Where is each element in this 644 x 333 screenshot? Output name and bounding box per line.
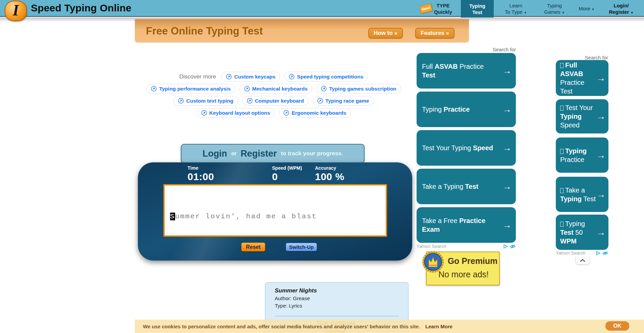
accuracy-label: Accuracy — [315, 165, 344, 171]
related-search-icon — [283, 110, 289, 116]
ad-card-typing-test-50-wpm[interactable]: Typing Test 50 WPM → — [556, 215, 608, 250]
pill-typing-games-subscription[interactable]: Typing games subscription — [316, 84, 401, 94]
time-stat: Time 01:00 — [187, 165, 214, 182]
pill-computer-keyboard[interactable]: Computer keyboard — [242, 96, 309, 106]
nav-item-more[interactable]: More ▼ — [576, 5, 598, 13]
nav-item-typing-games[interactable]: Typing Games ▼ — [539, 2, 570, 16]
nav-games-line1: Typing — [539, 2, 570, 9]
learn-more-link[interactable]: Learn More — [425, 324, 452, 329]
related-searches: Discover more Custom keycaps Speed typin… — [135, 72, 413, 118]
ad-card-full-asvab-practice-test[interactable]: Full ASVAB Practice Test → — [556, 60, 608, 96]
text-title: Summer Nights — [275, 287, 317, 294]
pill-typing-race-game[interactable]: Typing race game — [313, 96, 374, 106]
pill-mechanical-keyboards[interactable]: Mechanical keyboards — [239, 84, 312, 94]
related-search-icon — [317, 98, 323, 104]
missing-glyph-icon — [560, 188, 564, 193]
arrow-right-icon: → — [502, 181, 512, 192]
related-search-icon — [321, 86, 327, 92]
pill-custom-text-typing[interactable]: Custom text typing — [173, 96, 238, 106]
pill-row: Keyboard layout options Ergonomic keyboa… — [197, 108, 351, 118]
nav-item-learn-to-type[interactable]: Learn To Type ▼ — [500, 2, 532, 16]
nav-typing-test-line1: Typing — [461, 3, 494, 9]
page-title: Free Online Typing Test — [146, 25, 263, 37]
typing-text-input[interactable]: Summer lovin', had me a blast summer lov… — [163, 184, 387, 237]
login-suffix-label: to track your progress. — [281, 150, 343, 157]
arrow-right-icon: → — [502, 104, 512, 115]
arrow-right-icon: → — [596, 73, 605, 83]
register-link[interactable]: Register — [240, 149, 277, 159]
nav-item-type-quickly[interactable]: New! TYPE Quickly — [433, 2, 453, 15]
adchoices-icon[interactable] — [503, 244, 508, 249]
nav-login-line2: Register — [609, 9, 629, 15]
yahoo-search-label: Yahoo! Search — [556, 251, 585, 256]
time-value: 01:00 — [187, 171, 214, 182]
hide-ad-icon[interactable] — [509, 244, 516, 249]
related-search-icon — [244, 86, 250, 92]
pill-typing-performance-analysis[interactable]: Typing performance analysis — [146, 84, 235, 94]
hide-ad-icon[interactable] — [602, 251, 608, 256]
ad-card-take-a-typing-test[interactable]: Take a Typing Test → — [417, 169, 516, 204]
missing-glyph-icon — [560, 106, 564, 111]
nav-login-line1: Login/ — [604, 2, 639, 9]
reset-button[interactable]: Reset — [241, 242, 265, 252]
ad-card-test-your-typing-speed[interactable]: Test Your Typing Speed → — [556, 99, 608, 133]
ad-card-full-asvab-practice-test[interactable]: Full ASVAB Practice Test → — [417, 53, 516, 89]
hero-banner: Free Online Typing Test How to » Feature… — [135, 19, 469, 43]
logo-glyph: I — [13, 3, 19, 18]
nav-type-quickly-line2: Quickly — [433, 9, 453, 15]
site-logo-icon[interactable]: I — [5, 1, 27, 21]
typing-line: Summer lovin', had me a blast — [170, 211, 386, 222]
adchoices-icon[interactable] — [596, 251, 601, 256]
chevron-down-icon: ▼ — [524, 11, 527, 14]
pill-row: Custom text typing Computer keyboard Typ… — [173, 96, 374, 106]
site-title[interactable]: Speed Typing Online — [31, 2, 131, 14]
chevron-up-icon — [580, 259, 586, 262]
login-link[interactable]: Login — [203, 149, 227, 159]
accuracy-stat: Accuracy 100 % — [315, 165, 344, 182]
discover-more-label: Discover more — [179, 73, 216, 80]
arrow-right-icon: → — [596, 111, 605, 122]
ad-card-take-a-typing-test[interactable]: Take a Typing Test → — [556, 177, 608, 212]
nav-item-login-register[interactable]: Login/ Register ▼ — [604, 2, 639, 16]
switch-up-button[interactable]: Switch-Up — [286, 243, 317, 251]
nav-learn-line1: Learn — [500, 2, 532, 9]
ad-card-typing-practice[interactable]: Typing Practice → — [417, 92, 516, 127]
nav-games-line2: Games — [544, 9, 560, 15]
arrow-right-icon: → — [502, 220, 512, 230]
collapse-ads-tab[interactable] — [575, 257, 590, 265]
related-search-icon — [289, 74, 294, 79]
accuracy-value: 100 % — [315, 171, 344, 182]
features-button[interactable]: Features » — [415, 28, 454, 39]
nav-typing-test-line2: Test — [461, 9, 494, 15]
pill-row: Discover more Custom keycaps Speed typin… — [179, 72, 368, 81]
missing-glyph-icon — [560, 149, 564, 154]
chevron-down-icon: ▼ — [631, 11, 634, 14]
yahoo-search-label: Yahoo! Search — [417, 244, 446, 249]
text-type: Type: Lyrics — [275, 303, 302, 309]
ad-card-test-your-typing-speed[interactable]: Test Your Typing Speed → — [417, 130, 516, 166]
ad-card-typing-practice[interactable]: Typing Practice → — [556, 137, 608, 173]
login-banner: Login or Register to track your progress… — [181, 144, 365, 163]
ad-attribution: Yahoo! Search — [417, 244, 516, 249]
time-label: Time — [187, 165, 214, 171]
pill-ergonomic-keyboards[interactable]: Ergonomic keyboards — [279, 108, 351, 118]
typing-test-panel: Time 01:00 Speed (WPM) 0 Accuracy 100 % … — [138, 162, 412, 261]
text-author: Author: Grease — [275, 295, 310, 301]
typing-cursor: S — [170, 213, 175, 220]
pill-custom-keycaps[interactable]: Custom keycaps — [221, 72, 280, 81]
how-to-button[interactable]: How to » — [368, 28, 403, 39]
or-label: or — [231, 151, 236, 157]
arrow-right-icon: → — [502, 143, 512, 153]
speed-label: Speed (WPM) — [272, 165, 302, 171]
pill-keyboard-layout-options[interactable]: Keyboard layout options — [197, 108, 275, 118]
arrow-right-icon: → — [502, 66, 512, 76]
nav-tab-typing-test[interactable]: Typing Test — [461, 0, 494, 17]
chevron-down-icon: ▼ — [562, 11, 565, 14]
pill-row: Typing performance analysis Mechanical k… — [146, 84, 401, 94]
go-premium-button[interactable]: Go Premium No more ads! — [426, 252, 500, 285]
cookie-ok-button[interactable]: OK — [605, 321, 629, 331]
pill-speed-typing-competitions[interactable]: Speed typing competitions — [284, 72, 368, 81]
ad-card-take-a-free-practice-exam[interactable]: Take a Free Practice Exam → — [417, 207, 516, 243]
speed-value: 0 — [272, 171, 302, 182]
nav-learn-line2: To Type — [505, 9, 522, 15]
